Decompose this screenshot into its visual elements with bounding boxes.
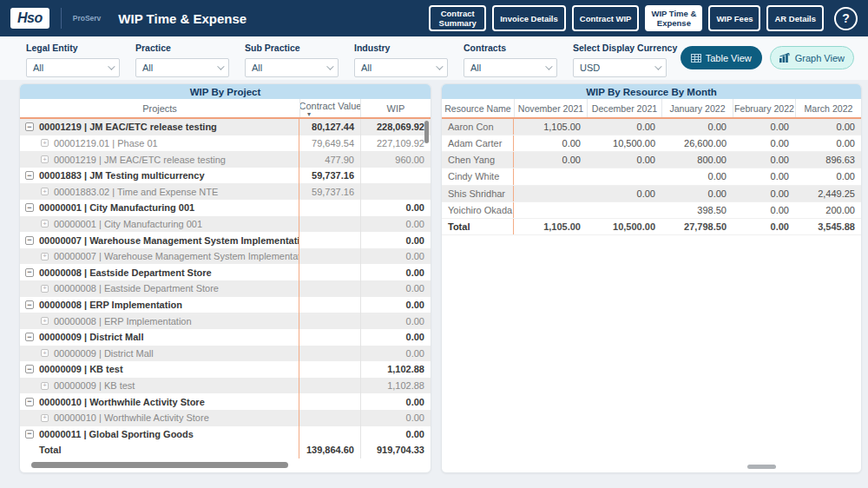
wip-by-project-panel: WIP By Project Projects Contract Value W… (19, 83, 431, 473)
expand-icon[interactable] (41, 349, 49, 357)
project-group-row[interactable]: 00001219 | JM EAC/ETC release testing80,… (20, 119, 431, 135)
wip-cell: 228,069.92 (360, 119, 431, 135)
project-child-row[interactable]: 00000009 | KB test1,102.88 (20, 378, 431, 394)
col-march-2022[interactable]: March 2022 (795, 99, 861, 117)
expand-icon[interactable] (41, 139, 49, 147)
chevron-down-icon (326, 63, 333, 69)
project-child-row[interactable]: 00001883.02 | Time and Expense NTE59,737… (20, 183, 431, 200)
wip-cell (360, 168, 431, 184)
practice-select[interactable]: All (135, 58, 229, 77)
col-resource-name[interactable]: Resource Name (442, 99, 514, 117)
contract-value-cell: 59,737.16 (299, 168, 360, 184)
collapse-icon[interactable] (25, 398, 34, 406)
project-cell: 00000011 | Global Sporting Goods (20, 426, 299, 443)
collapse-icon[interactable] (25, 268, 34, 277)
tab-ar-details[interactable]: AR Details (766, 5, 824, 31)
sub-practice-select[interactable]: All (245, 58, 339, 77)
project-child-row[interactable]: 00000009 | District Mall0.00 (20, 346, 431, 362)
col-november-2021[interactable]: November 2021 (514, 99, 587, 117)
resource-row[interactable]: Adam Carter0.0010,500.0026,600.000.000.0… (442, 135, 861, 152)
resource-row[interactable]: Chen Yang0.000.00800.000.00896.63 (442, 152, 861, 168)
total-jan: 27,798.50 (661, 219, 733, 234)
project-group-row[interactable]: 00001883 | JM Testing multicurrency59,73… (20, 168, 431, 184)
project-group-row[interactable]: 00000008 | ERP Implementation0.00 (20, 297, 431, 313)
resource-row[interactable]: Shis Shridhar0.000.000.002,449.25 (442, 186, 861, 202)
resource-table-header: Resource NameNovember 2021December 2021J… (442, 99, 861, 119)
month-value-cell: 0.00 (514, 152, 587, 168)
project-group-row[interactable]: 00000009 | District Mall0.00 (20, 329, 431, 346)
project-label: 00000001 | City Manufacturing 001 (54, 219, 202, 229)
project-child-row[interactable]: 00001219 | JM EAC/ETC release testing477… (20, 151, 431, 168)
project-group-row[interactable]: 00000008 | Eastside Department Store0.00 (20, 264, 431, 280)
col-wip[interactable]: WIP (360, 99, 431, 117)
resource-row[interactable]: Yoichiro Okada398.500.00200.00 (442, 202, 861, 219)
month-value-cell: 0.00 (795, 168, 861, 184)
month-value-cell: 200.00 (795, 202, 861, 218)
project-child-row[interactable]: 00000008 | Eastside Department Store0.00 (20, 280, 431, 297)
select-value: All (252, 63, 262, 73)
expand-icon[interactable] (41, 155, 49, 163)
project-child-row[interactable]: 00000008 | ERP Implementation0.00 (20, 313, 431, 329)
col-projects[interactable]: Projects (20, 99, 299, 117)
month-value-cell: 0.00 (733, 202, 795, 218)
col-contract-value[interactable]: Contract Value (299, 99, 360, 117)
horizontal-scrollbar-thumb[interactable] (747, 465, 776, 469)
filter-label: Sub Practice (245, 43, 339, 53)
collapse-icon[interactable] (25, 171, 34, 180)
horizontal-scrollbar-thumb[interactable] (31, 462, 288, 468)
col-february-2022[interactable]: February 2022 (733, 99, 795, 117)
collapse-icon[interactable] (25, 430, 34, 439)
expand-icon[interactable] (41, 188, 49, 195)
graph-view-button[interactable]: Graph View (770, 46, 854, 69)
sort-desc-icon (307, 109, 311, 117)
contract-value-cell (299, 216, 360, 233)
col-december-2021[interactable]: December 2021 (587, 99, 661, 117)
expand-icon[interactable] (41, 317, 49, 325)
filter-label: Select Display Currency (573, 43, 677, 53)
month-value-cell: 0.00 (661, 119, 733, 135)
table-view-button[interactable]: Table View (681, 46, 762, 69)
month-value-cell (514, 186, 587, 201)
expand-icon[interactable] (41, 253, 49, 260)
filter-practice: PracticeAll (135, 43, 229, 77)
resource-row[interactable]: Aaron Con1,105.000.000.000.000.00 (442, 119, 861, 135)
collapse-icon[interactable] (25, 203, 34, 212)
col-january-2022[interactable]: January 2022 (661, 99, 733, 117)
contracts-select[interactable]: All (464, 58, 557, 77)
tab-contract-summary[interactable]: Contract Summary (429, 5, 486, 31)
project-child-row[interactable]: 00000001 | City Manufacturing 0010.00 (20, 216, 431, 233)
project-cell: 00000010 | Worthwhile Activity Store (20, 410, 299, 426)
expand-icon[interactable] (41, 414, 49, 422)
project-child-row[interactable]: 00001219.01 | Phase 0179,649.54227,109.9… (20, 135, 431, 152)
collapse-icon[interactable] (25, 300, 34, 309)
project-group-row[interactable]: 00000001 | City Manufacturing 0010.00 (20, 200, 431, 216)
legal-entity-select[interactable]: All (26, 58, 120, 77)
tab-wip-fees[interactable]: WIP Fees (708, 5, 760, 31)
expand-icon[interactable] (41, 382, 49, 390)
collapse-icon[interactable] (25, 122, 34, 131)
resource-row[interactable]: Cindy White0.000.000.00 (442, 168, 861, 185)
project-label: 00001219 | JM EAC/ETC release testing (54, 155, 226, 165)
industry-select[interactable]: All (354, 58, 448, 77)
collapse-icon[interactable] (25, 365, 34, 373)
tab-wip-time-expense[interactable]: WIP Time & Expense (645, 5, 702, 31)
project-child-row[interactable]: 00000010 | Worthwhile Activity Store0.00 (20, 410, 431, 426)
month-value-cell: 0.00 (733, 119, 795, 135)
collapse-icon[interactable] (25, 236, 34, 245)
project-group-row[interactable]: 00000007 | Warehouse Management System I… (20, 232, 431, 248)
page-title: WIP Time & Expense (118, 11, 247, 26)
project-group-row[interactable]: 00000010 | Worthwhile Activity Store0.00 (20, 393, 431, 410)
tab-contract-wip[interactable]: Contract WIP (572, 5, 640, 31)
select-display-currency-select[interactable]: USD (573, 58, 667, 77)
col-label: Resource Name (444, 103, 511, 114)
help-button[interactable] (834, 7, 858, 30)
expand-icon[interactable] (41, 220, 49, 228)
expand-icon[interactable] (41, 285, 49, 293)
vertical-scrollbar-thumb[interactable] (424, 121, 429, 143)
collapse-icon[interactable] (25, 333, 34, 341)
month-value-cell: 0.00 (795, 119, 861, 135)
project-group-row[interactable]: 00000009 | KB test1,102.88 (20, 361, 431, 378)
tab-invoice-details[interactable]: Invoice Details (492, 5, 566, 31)
project-group-row[interactable]: 00000011 | Global Sporting Goods0.00 (20, 426, 431, 443)
project-child-row[interactable]: 00000007 | Warehouse Management System I… (20, 248, 431, 265)
